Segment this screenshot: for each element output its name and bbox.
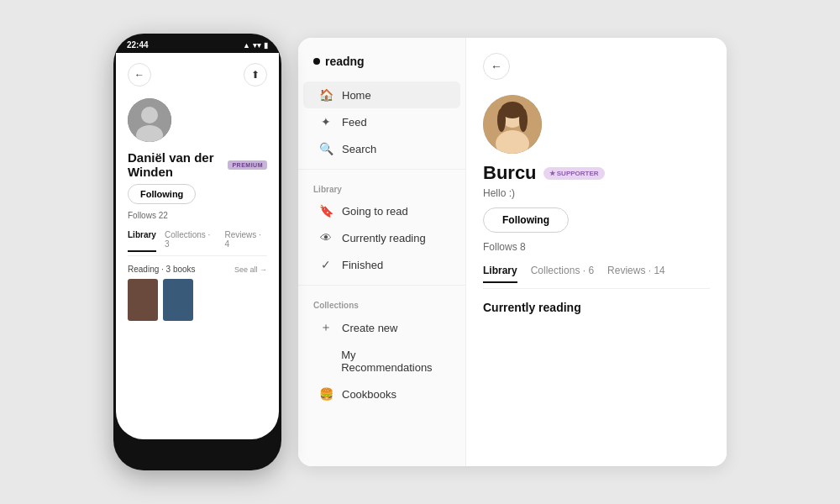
profile-follow-button[interactable]: Following <box>483 207 569 233</box>
feed-icon: ✦ <box>318 115 333 129</box>
profile-top-bar: ← <box>483 53 710 80</box>
nav-sidebar: readng 🏠 Home ✦ Feed 🔍 Search Library 🔖 … <box>298 38 466 466</box>
phone-share-button[interactable]: ⬆ <box>244 63 267 87</box>
profile-name-row: Burcu ★ SUPPORTER <box>483 162 710 184</box>
phone-notch <box>164 34 231 52</box>
profile-panel: ← Burcu ★ SUPPORTER Hello :) Following F… <box>466 38 727 466</box>
nav-item-search[interactable]: 🔍 Search <box>303 135 460 162</box>
home-icon: 🏠 <box>318 88 333 102</box>
svg-point-1 <box>141 107 158 123</box>
phone-book-thumbnails <box>128 279 267 321</box>
book-thumb-2 <box>163 279 193 321</box>
nav-item-going-to-read[interactable]: 🔖 Going to read <box>303 197 460 224</box>
nav-divider-1 <box>298 169 465 170</box>
nav-collections-label: Collections <box>298 292 465 313</box>
profile-tab-collections[interactable]: Collections · 6 <box>531 265 594 283</box>
phone-tab-reviews[interactable]: Reviews · 4 <box>224 230 267 252</box>
nav-divider-2 <box>298 285 465 286</box>
supporter-badge: ★ SUPPORTER <box>543 167 605 180</box>
svg-point-8 <box>497 108 506 132</box>
profile-tabs: Library Collections · 6 Reviews · 14 <box>483 265 710 289</box>
nav-item-finished[interactable]: ✓ Finished <box>303 251 460 278</box>
status-time: 22:44 <box>127 40 149 50</box>
eye-icon: 👁 <box>318 231 333 244</box>
profile-back-button[interactable]: ← <box>483 53 510 80</box>
check-icon: ✓ <box>318 258 333 271</box>
signal-icon: ▲ <box>243 41 250 50</box>
phone-reading-section: Reading · 3 books See all → <box>128 265 267 274</box>
phone-tab-library[interactable]: Library <box>128 230 156 252</box>
app-logo: readng <box>298 55 465 81</box>
nav-item-my-recommendations[interactable]: My Recommendations <box>303 342 460 381</box>
wifi-icon: ▾▾ <box>253 41 261 50</box>
phone-follows-count: Follows 22 <box>128 211 267 220</box>
nav-item-home[interactable]: 🏠 Home <box>303 81 460 108</box>
phone-follow-button[interactable]: Following <box>128 184 196 204</box>
plus-icon: ＋ <box>318 320 333 335</box>
phone-mockup: 22:44 ▲ ▾▾ ▮ ← ⬆ Daniël van der Winden P… <box>113 34 281 470</box>
profile-bio: Hello :) <box>483 187 710 199</box>
phone-user-name: Daniël van der Winden PREMIUM <box>128 150 267 179</box>
battery-icon: ▮ <box>264 41 268 50</box>
status-icons: ▲ ▾▾ ▮ <box>243 41 268 50</box>
search-icon: 🔍 <box>318 142 333 155</box>
svg-point-7 <box>519 108 528 132</box>
app-panel: readng 🏠 Home ✦ Feed 🔍 Search Library 🔖 … <box>298 38 727 466</box>
premium-badge: PREMIUM <box>228 160 267 170</box>
nav-item-create-new[interactable]: ＋ Create new <box>303 313 460 342</box>
phone-see-all-link[interactable]: See all → <box>234 265 267 274</box>
profile-tab-reviews[interactable]: Reviews · 14 <box>607 265 665 283</box>
profile-section-currently-reading: Currently reading <box>483 301 710 314</box>
bookmark-icon: 🔖 <box>318 204 333 218</box>
logo-dot <box>313 58 320 65</box>
phone-user-avatar <box>128 98 171 142</box>
nav-library-label: Library <box>298 176 465 197</box>
book-thumb-1 <box>128 279 158 321</box>
phone-top-bar: ← ⬆ <box>128 63 267 87</box>
phone-tab-collections[interactable]: Collections · 3 <box>165 230 217 252</box>
phone-tabs: Library Collections · 3 Reviews · 4 <box>128 230 267 256</box>
profile-user-name: Burcu <box>483 162 537 184</box>
profile-tab-library[interactable]: Library <box>483 265 517 283</box>
nav-item-cookbooks[interactable]: 🍔 Cookbooks <box>303 381 460 407</box>
nav-item-feed[interactable]: ✦ Feed <box>303 108 460 135</box>
profile-follows-count: Follows 8 <box>483 241 710 253</box>
cookbooks-icon: 🍔 <box>318 387 333 401</box>
phone-back-button[interactable]: ← <box>128 63 151 87</box>
profile-avatar <box>483 95 542 154</box>
phone-screen: ← ⬆ Daniël van der Winden PREMIUM Follow… <box>116 53 279 439</box>
nav-item-currently-reading[interactable]: 👁 Currently reading <box>303 224 460 251</box>
